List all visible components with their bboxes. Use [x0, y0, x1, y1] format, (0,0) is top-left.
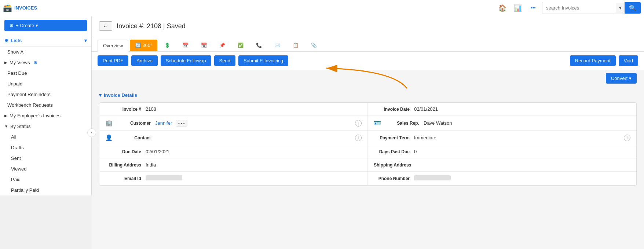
paperclip-icon: 📎: [311, 43, 317, 48]
void-button[interactable]: Void: [619, 55, 638, 66]
customer-value: Jennifer • • •: [155, 120, 352, 127]
viewed-label: Viewed: [11, 166, 26, 172]
sidebar-item-show-all[interactable]: Show All: [0, 47, 91, 57]
tab-phone[interactable]: 📞: [250, 39, 267, 51]
create-plus-icon: ⊕: [10, 23, 14, 28]
right-actions: Record Payment Void: [570, 55, 638, 66]
payment-reminders-label: Payment Reminders: [7, 92, 51, 97]
sidebar-item-paid[interactable]: Paid: [0, 174, 91, 185]
send-button[interactable]: Send: [214, 55, 235, 66]
billing-address-label: Billing Address: [105, 162, 146, 168]
chart-button[interactable]: 📊: [511, 1, 524, 15]
invoice-number-value: 2108: [146, 106, 362, 112]
home-button[interactable]: 🏠: [496, 1, 509, 15]
sidebar-item-payment-reminders[interactable]: Payment Reminders: [0, 89, 91, 100]
invoice-date-label: Invoice Date: [374, 107, 414, 112]
back-button[interactable]: ←: [99, 21, 112, 31]
convert-button[interactable]: Convert ▾: [606, 73, 637, 84]
sidebar-item-drafts[interactable]: Drafts: [0, 142, 91, 153]
all-label: All: [11, 134, 16, 140]
drafts-label: Drafts: [11, 145, 24, 150]
email-icon: ✉️: [274, 43, 280, 48]
sidebar-wrapper: ⊕ + Create ▾ ⊞ Lists ▾ Show All ▶ My Vie…: [0, 16, 92, 249]
top-nav: 🗃️ INVOICES 🏠 📊 ••• ▾ 🔍: [0, 0, 644, 16]
sidebar-item-my-views[interactable]: ▶ My Views ⊕: [0, 57, 91, 68]
invoice-date-value: 02/01/2021: [414, 106, 630, 112]
action-area: Print PDF Archive Schedule Followup Send…: [92, 52, 644, 70]
payment-term-info-icon[interactable]: i: [624, 135, 630, 141]
section-chevron-icon: ▾: [99, 92, 102, 98]
customer-dots-button[interactable]: • • •: [176, 120, 187, 127]
tab-dollar[interactable]: 💲: [159, 39, 176, 51]
my-views-add-icon[interactable]: ⊕: [33, 60, 37, 65]
field-cell-customer: 🏢 Customer Jennifer • • • i: [99, 116, 368, 130]
tab-check[interactable]: ✅: [232, 39, 249, 51]
search-dropdown-button[interactable]: ▾: [616, 3, 625, 13]
show-all-label: Show All: [7, 49, 26, 55]
schedule-followup-button[interactable]: Schedule Followup: [161, 55, 211, 66]
field-cell-invoice-date: Invoice Date 02/01/2021: [368, 103, 636, 116]
search-input[interactable]: [542, 3, 616, 13]
sidebar-item-by-status[interactable]: ▼ By Status: [0, 121, 91, 132]
sent-label: Sent: [11, 155, 21, 161]
archive-button[interactable]: Archive: [131, 55, 157, 66]
dollar-icon: 💲: [164, 43, 170, 48]
tab-calendar2[interactable]: 📆: [195, 39, 212, 51]
sidebar-lists-header[interactable]: ⊞ Lists ▾: [0, 35, 91, 47]
contact-info-icon[interactable]: i: [355, 135, 362, 141]
main-content: ← Invoice #: 2108 | Saved Overview 🔄 360…: [92, 16, 644, 249]
sidebar-item-past-due[interactable]: Past Due: [0, 68, 91, 78]
create-button[interactable]: ⊕ + Create ▾: [4, 20, 87, 31]
details-row-email: Email Id Phone Number: [99, 172, 636, 185]
tab-bar: Overview 🔄 360° 💲 📅 📆 📌 ✅ 📞 ✉️ 📋 📎: [92, 36, 644, 52]
app-title: 🗃️ INVOICES: [3, 4, 62, 12]
nav-icons: 🏠 📊 ••• ▾ 🔍: [496, 1, 641, 15]
print-pdf-button[interactable]: Print PDF: [98, 55, 128, 66]
details-row-billing-address: Billing Address India Shipping Address: [99, 158, 636, 172]
record-payment-button[interactable]: Record Payment: [570, 55, 616, 66]
sidebar-collapse-button[interactable]: ‹: [87, 128, 96, 137]
tab-email[interactable]: ✉️: [269, 39, 286, 51]
customer-label: Customer: [115, 121, 155, 126]
more-button[interactable]: •••: [527, 1, 540, 15]
section-header[interactable]: ▾ Invoice Details: [99, 92, 637, 98]
sidebar-item-partially-paid[interactable]: Partially Paid: [0, 185, 91, 195]
sidebar-item-my-employees-invoices[interactable]: ▶ My Employee's Invoices: [0, 110, 91, 121]
details-row-invoice-number: Invoice # 2108 Invoice Date 02/01/2021: [99, 103, 636, 116]
payment-term-label: Payment Term: [374, 135, 414, 140]
tab-360[interactable]: 🔄 360°: [130, 40, 157, 51]
field-cell-days-past-due: Days Past Due 0: [368, 145, 636, 158]
app-icon: 🗃️: [3, 4, 12, 12]
employees-invoices-label: My Employee's Invoices: [10, 113, 61, 118]
tab-paperclip[interactable]: 📎: [305, 39, 322, 51]
partially-paid-label: Partially Paid: [11, 187, 39, 193]
sidebar-item-all[interactable]: All: [0, 132, 91, 142]
check-icon: ✅: [238, 43, 244, 48]
tab-clipboard[interactable]: 📋: [287, 39, 304, 51]
sidebar-item-viewed[interactable]: Viewed: [0, 164, 91, 174]
tab-360-label: 360°: [142, 43, 152, 48]
submit-einvoicing-button[interactable]: Submit E-Invoicing: [238, 55, 288, 66]
days-past-due-value: 0: [414, 149, 630, 154]
my-views-chevron-icon: ▶: [4, 61, 7, 65]
customer-link[interactable]: Jennifer: [155, 120, 172, 126]
details-row-due-date: Due Date 02/01/2021 Days Past Due 0: [99, 145, 636, 158]
customer-building-icon: 🏢: [105, 120, 113, 127]
sidebar-item-sent[interactable]: Sent: [0, 153, 91, 164]
tab-calendar1[interactable]: 📅: [177, 39, 194, 51]
sidebar-item-unpaid[interactable]: Unpaid: [0, 78, 91, 89]
by-status-chevron-icon: ▼: [4, 124, 8, 128]
field-cell-invoice-number: Invoice # 2108: [99, 103, 368, 116]
sidebar: ⊕ + Create ▾ ⊞ Lists ▾ Show All ▶ My Vie…: [0, 16, 92, 195]
tab-pin[interactable]: 📌: [214, 39, 231, 51]
field-cell-shipping-address: Shipping Address: [368, 158, 636, 171]
create-label: + Create ▾: [16, 23, 38, 28]
sidebar-item-workbench-requests[interactable]: Workbench Requests: [0, 100, 91, 110]
my-views-label: My Views: [10, 60, 30, 65]
customer-info-icon[interactable]: i: [355, 120, 362, 127]
search-go-button[interactable]: 🔍: [625, 2, 641, 14]
details-grid: Invoice # 2108 Invoice Date 02/01/2021 🏢…: [99, 102, 637, 186]
paid-label: Paid: [11, 177, 21, 182]
email-id-label: Email Id: [105, 176, 146, 181]
tab-overview[interactable]: Overview: [98, 40, 128, 52]
